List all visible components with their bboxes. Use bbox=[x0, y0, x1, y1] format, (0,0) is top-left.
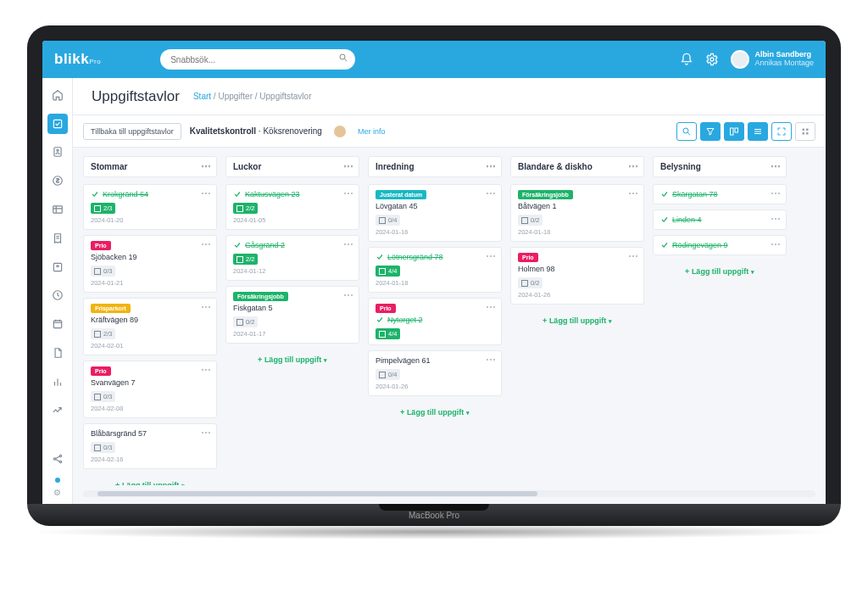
card[interactable]: Linden 4⋯ bbox=[653, 210, 787, 230]
nav-rail: ⚙ bbox=[42, 78, 73, 504]
svg-point-23 bbox=[59, 461, 61, 462]
breadcrumb-root[interactable]: Start bbox=[193, 92, 211, 101]
card-menu-icon[interactable]: ⋯ bbox=[771, 188, 781, 199]
card-menu-icon[interactable]: ⋯ bbox=[201, 239, 211, 249]
card-menu-icon[interactable]: ⋯ bbox=[486, 355, 496, 365]
card-date: 2024-01-18 bbox=[518, 228, 637, 236]
svg-rect-7 bbox=[53, 206, 62, 213]
view-kanban-icon[interactable] bbox=[724, 122, 744, 141]
search-input[interactable] bbox=[160, 49, 355, 70]
column-title: Inredning bbox=[376, 162, 415, 171]
column-header: Belysning⋯ bbox=[653, 156, 787, 177]
view-search-icon[interactable] bbox=[676, 122, 697, 141]
card[interactable]: Gåsgränd 22/22024-01-12⋯ bbox=[225, 235, 359, 281]
nav-share-icon[interactable] bbox=[47, 449, 68, 469]
nav-export-icon[interactable] bbox=[47, 257, 68, 277]
card-title: Holmen 98 bbox=[518, 265, 555, 273]
card-menu-icon[interactable]: ⋯ bbox=[771, 239, 781, 249]
card[interactable]: Pimpelvägen 610/42024-01-26⋯ bbox=[368, 350, 502, 396]
card-menu-icon[interactable]: ⋯ bbox=[201, 302, 211, 312]
card-menu-icon[interactable]: ⋯ bbox=[343, 188, 353, 199]
card[interactable]: Krokgränd 642/32024-01-20⋯ bbox=[83, 184, 217, 230]
card-menu-icon[interactable]: ⋯ bbox=[343, 239, 353, 249]
nav-contacts-icon[interactable] bbox=[47, 143, 68, 163]
card-menu-icon[interactable]: ⋯ bbox=[201, 188, 211, 199]
card[interactable]: FrisparkortKräftvägen 892/32024-02-01⋯ bbox=[83, 298, 217, 355]
more-info-link[interactable]: Mer info bbox=[358, 127, 386, 136]
card-progress: 0/3 bbox=[91, 266, 115, 277]
rail-settings-icon[interactable]: ⚙ bbox=[53, 488, 61, 497]
card-title: Svanvägen 7 bbox=[91, 378, 136, 387]
card[interactable]: Justerat datumLövgatan 450/42024-01-16⋯ bbox=[368, 184, 502, 242]
back-button[interactable]: Tillbaka till uppgiftstavlor bbox=[83, 123, 181, 140]
card-badge: Försäkringsjobb bbox=[233, 292, 288, 301]
card[interactable]: Kaktusvägen 232/22024-01-05⋯ bbox=[225, 184, 359, 230]
add-task-button[interactable]: + Lägg till uppgift ▾ bbox=[510, 311, 644, 330]
bell-icon[interactable] bbox=[680, 53, 693, 66]
card[interactable]: PrioHolmen 980/22024-01-26⋯ bbox=[510, 247, 644, 305]
card[interactable]: Lötnersgränd 784/42024-01-18⋯ bbox=[368, 247, 502, 293]
card-menu-icon[interactable]: ⋯ bbox=[486, 188, 496, 199]
nav-calendar-icon[interactable] bbox=[47, 314, 68, 334]
add-task-button[interactable]: + Lägg till uppgift ▾ bbox=[368, 403, 502, 422]
breadcrumb-leaf: Uppgiftstavlor bbox=[259, 92, 311, 101]
column-menu-icon[interactable]: ⋯ bbox=[628, 161, 638, 171]
view-fullscreen-icon[interactable] bbox=[771, 122, 792, 141]
view-filter-icon[interactable] bbox=[700, 122, 721, 141]
card-menu-icon[interactable]: ⋯ bbox=[201, 365, 211, 375]
column-menu-icon[interactable]: ⋯ bbox=[343, 161, 353, 171]
nav-receipt-icon[interactable] bbox=[47, 228, 68, 249]
card-menu-icon[interactable]: ⋯ bbox=[343, 290, 353, 300]
nav-doc-icon[interactable] bbox=[47, 343, 68, 363]
card-title: Nytorget 2 bbox=[387, 316, 423, 324]
nav-bars-icon[interactable] bbox=[47, 372, 68, 392]
settings-icon[interactable] bbox=[705, 53, 719, 66]
nav-home-icon[interactable] bbox=[47, 85, 68, 105]
nav-trend-icon[interactable] bbox=[47, 400, 68, 421]
card-title: Pimpelvägen 61 bbox=[376, 356, 431, 365]
card[interactable]: PrioNytorget 24/4⋯ bbox=[368, 298, 502, 345]
card[interactable]: FörsäkringsjobbBåtvägen 10/22024-01-18⋯ bbox=[510, 184, 644, 242]
column-menu-icon[interactable]: ⋯ bbox=[771, 161, 781, 171]
horizontal-scrollbar[interactable] bbox=[83, 490, 815, 497]
card[interactable]: PrioSvanvägen 70/32024-02-08⋯ bbox=[83, 361, 217, 418]
card-menu-icon[interactable]: ⋯ bbox=[486, 251, 496, 261]
card-progress: 2/2 bbox=[233, 254, 258, 265]
add-task-button[interactable]: + Lägg till uppgift ▾ bbox=[83, 476, 217, 485]
card[interactable]: PrioSjöbacken 190/32024-01-21⋯ bbox=[83, 235, 217, 293]
add-task-button[interactable]: + Lägg till uppgift ▾ bbox=[225, 350, 359, 369]
column-menu-icon[interactable]: ⋯ bbox=[201, 161, 211, 171]
card[interactable]: Skärgatan 78⋯ bbox=[653, 184, 787, 204]
check-icon bbox=[376, 253, 384, 261]
nav-time-icon[interactable] bbox=[47, 285, 68, 305]
column-menu-icon[interactable]: ⋯ bbox=[486, 161, 496, 171]
svg-line-1 bbox=[345, 59, 348, 62]
nav-table-icon[interactable] bbox=[47, 199, 68, 220]
card[interactable]: Blåbärsgränd 570/32024-02-16⋯ bbox=[83, 423, 217, 469]
card-menu-icon[interactable]: ⋯ bbox=[486, 302, 496, 312]
check-icon bbox=[660, 215, 669, 224]
column-title: Blandare & diskho bbox=[518, 162, 593, 171]
view-list-icon[interactable] bbox=[748, 122, 768, 141]
card[interactable]: FörsäkringsjobbFiskgatan 50/22024-01-17⋯ bbox=[225, 286, 359, 344]
nav-billing-icon[interactable] bbox=[47, 171, 68, 191]
card-menu-icon[interactable]: ⋯ bbox=[771, 214, 781, 224]
card-badge: Prio bbox=[518, 253, 538, 262]
view-more-icon[interactable] bbox=[795, 122, 815, 141]
nav-tasks-icon[interactable] bbox=[47, 114, 68, 134]
card-menu-icon[interactable]: ⋯ bbox=[201, 428, 211, 438]
svg-rect-28 bbox=[731, 128, 734, 135]
add-task-button[interactable]: + Lägg till uppgift ▾ bbox=[653, 262, 787, 281]
column-header: Stommar⋯ bbox=[83, 156, 217, 177]
card-progress: 0/4 bbox=[376, 215, 400, 226]
card-date: 2024-01-26 bbox=[518, 291, 637, 299]
search-icon[interactable] bbox=[338, 53, 348, 65]
brand-suffix: Pro bbox=[89, 58, 101, 65]
view-switch bbox=[676, 122, 815, 141]
card-title: Gåsgränd 2 bbox=[245, 241, 285, 249]
card[interactable]: Rödingevägen 9⋯ bbox=[653, 235, 787, 255]
card-menu-icon[interactable]: ⋯ bbox=[628, 188, 638, 199]
card-progress: 2/2 bbox=[233, 203, 258, 214]
card-menu-icon[interactable]: ⋯ bbox=[628, 251, 638, 261]
user-block[interactable]: Albin Sandberg Annikas Montage bbox=[731, 50, 814, 69]
